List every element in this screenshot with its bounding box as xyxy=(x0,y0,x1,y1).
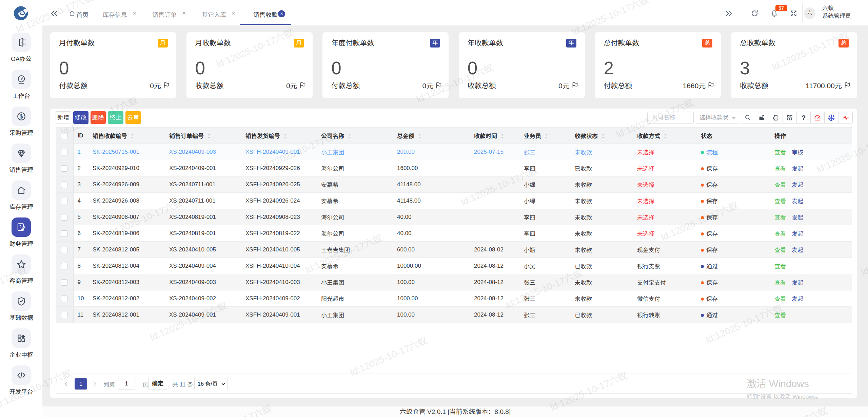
svg-text:$: $ xyxy=(20,113,23,120)
svg-text:?: ? xyxy=(19,225,22,229)
